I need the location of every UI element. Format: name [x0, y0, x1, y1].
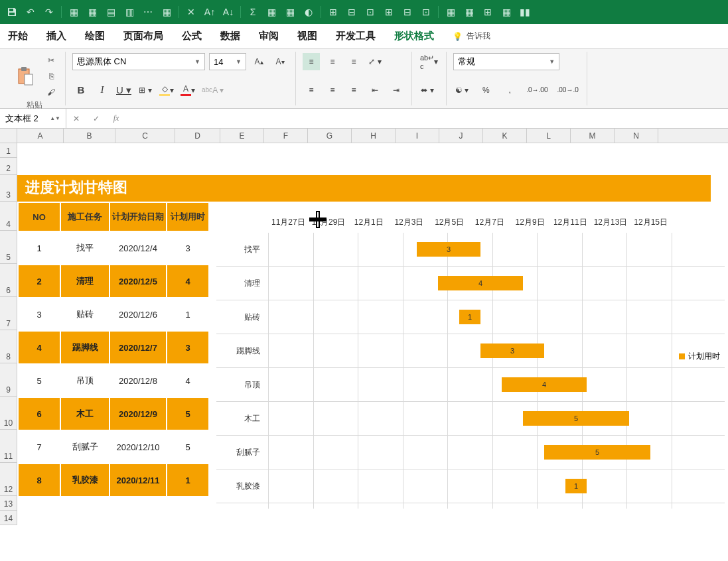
- comma-button[interactable]: ,: [501, 82, 518, 99]
- copy-icon[interactable]: ⎘: [44, 69, 58, 84]
- cut-icon[interactable]: ✂: [44, 53, 58, 68]
- toolbar-icon[interactable]: ▦: [283, 5, 297, 19]
- cell[interactable]: 5: [18, 364, 60, 397]
- toolbar-icon[interactable]: ▦: [444, 5, 457, 19]
- row-header[interactable]: 4: [0, 202, 17, 231]
- cell[interactable]: 2020/12/9: [109, 397, 167, 430]
- row-header[interactable]: 7: [0, 297, 17, 330]
- cell[interactable]: 2020/12/10: [109, 430, 167, 464]
- toolbar-icon[interactable]: ▦: [265, 5, 278, 19]
- cell[interactable]: 1: [18, 231, 60, 265]
- tab-formulas[interactable]: 公式: [182, 30, 202, 42]
- font-grow-icon[interactable]: A↑: [203, 5, 216, 19]
- col-header[interactable]: E: [220, 129, 264, 143]
- table-row[interactable]: 4踢脚线2020/12/73: [18, 331, 209, 364]
- toolbar-icon[interactable]: ⊞: [382, 5, 396, 19]
- cell[interactable]: 2020/12/7: [109, 331, 167, 364]
- shapes-icon[interactable]: ◐: [302, 5, 315, 19]
- row-header[interactable]: 6: [0, 264, 17, 297]
- col-header[interactable]: G: [308, 129, 352, 143]
- toolbar-icon[interactable]: ▦: [160, 5, 173, 19]
- table-row[interactable]: 6木工2020/12/95: [18, 397, 209, 430]
- col-header[interactable]: L: [527, 129, 571, 143]
- col-header[interactable]: I: [396, 129, 439, 143]
- cell[interactable]: 2: [18, 265, 60, 298]
- sum-icon[interactable]: Σ: [246, 5, 259, 19]
- row-header[interactable]: 3: [0, 175, 17, 202]
- table-row[interactable]: 8乳胶漆2020/12/111: [18, 464, 209, 497]
- merge-button[interactable]: ⬌ ▾: [419, 82, 436, 99]
- toolbar-icon[interactable]: ▥: [123, 5, 136, 19]
- gantt-bar[interactable]: 3: [417, 242, 480, 257]
- col-header[interactable]: F: [264, 129, 308, 143]
- toolbar-icon[interactable]: ▦: [86, 5, 99, 19]
- gantt-bar[interactable]: 4: [502, 377, 587, 392]
- wrap-text-button[interactable]: ab↵c ▾: [419, 53, 439, 70]
- col-header[interactable]: B: [64, 129, 115, 143]
- table-row[interactable]: 5吊顶2020/12/84: [18, 364, 209, 397]
- toolbar-icon[interactable]: ⊞: [327, 5, 340, 19]
- fx-button[interactable]: fx: [106, 109, 126, 128]
- align-top-button[interactable]: ≡: [303, 53, 320, 70]
- cell[interactable]: 8: [18, 464, 60, 497]
- row-header[interactable]: 11: [0, 430, 17, 463]
- cell[interactable]: 1: [167, 298, 209, 331]
- percent-button[interactable]: %: [477, 82, 494, 99]
- toolbar-icon[interactable]: ✕: [184, 5, 198, 19]
- align-left-button[interactable]: ≡: [303, 82, 320, 99]
- col-header[interactable]: N: [615, 129, 658, 143]
- row-header[interactable]: 14: [0, 511, 17, 525]
- select-all-corner[interactable]: [0, 129, 17, 143]
- row-header[interactable]: 13: [0, 496, 17, 511]
- col-header[interactable]: C: [115, 129, 175, 143]
- font-grow-button[interactable]: A▴: [250, 53, 267, 70]
- tab-developer[interactable]: 开发工具: [336, 30, 376, 42]
- fill-color-button[interactable]: ◇ ▾: [158, 82, 175, 99]
- gantt-chart[interactable]: 11月27日11月29日12月1日12月3日12月5日12月7日12月9日12月…: [216, 205, 724, 515]
- toolbar-icon[interactable]: ⋯: [141, 5, 155, 19]
- cell[interactable]: 吊顶: [60, 364, 109, 397]
- toolbar-icon[interactable]: ⊟: [345, 5, 358, 19]
- cell[interactable]: 2020/12/5: [109, 265, 167, 298]
- undo-icon[interactable]: ↶: [24, 5, 37, 19]
- tab-shape-format[interactable]: 形状格式: [394, 30, 434, 42]
- cell[interactable]: 5: [167, 430, 209, 464]
- col-header[interactable]: A: [17, 129, 64, 143]
- cell[interactable]: 贴砖: [60, 298, 109, 331]
- cell[interactable]: 4: [167, 265, 209, 298]
- col-header[interactable]: K: [483, 129, 527, 143]
- toolbar-icon[interactable]: ⊡: [419, 5, 433, 19]
- tab-home[interactable]: 开始: [8, 30, 28, 42]
- decrease-decimal-button[interactable]: .00→.0: [556, 82, 580, 99]
- cell[interactable]: 4: [18, 331, 60, 364]
- cell[interactable]: 3: [18, 298, 60, 331]
- toolbar-icon[interactable]: ⊞: [481, 5, 494, 19]
- row-header[interactable]: 9: [0, 363, 17, 397]
- increase-decimal-button[interactable]: .0→.00: [525, 82, 549, 99]
- toolbar-icon[interactable]: ▤: [104, 5, 117, 19]
- toolbar-icon[interactable]: ⊡: [364, 5, 377, 19]
- cell[interactable]: 2020/12/8: [109, 364, 167, 397]
- row-header[interactable]: 5: [0, 231, 17, 264]
- gantt-bar[interactable]: 5: [544, 445, 650, 460]
- cell[interactable]: 3: [167, 331, 209, 364]
- tab-draw[interactable]: 绘图: [85, 30, 105, 42]
- cell[interactable]: 3: [167, 231, 209, 265]
- toolbar-icon[interactable]: ▦: [500, 5, 513, 19]
- italic-button[interactable]: I: [94, 82, 111, 99]
- row-header[interactable]: 8: [0, 330, 17, 363]
- font-shrink-icon[interactable]: A↓: [222, 5, 235, 19]
- cell[interactable]: 2020/12/4: [109, 231, 167, 265]
- paste-button[interactable]: [11, 56, 40, 96]
- indent-decrease-button[interactable]: ⇤: [366, 82, 384, 99]
- font-size-select[interactable]: 14▼: [209, 53, 246, 70]
- align-bottom-button[interactable]: ≡: [345, 53, 362, 70]
- name-box[interactable]: 文本框 2▲▼: [0, 109, 66, 128]
- align-right-button[interactable]: ≡: [345, 82, 362, 99]
- row-header[interactable]: 2: [0, 158, 17, 175]
- font-shrink-button[interactable]: A▾: [271, 53, 289, 70]
- formula-input[interactable]: [126, 109, 728, 128]
- cancel-formula-button[interactable]: ✕: [66, 109, 86, 128]
- align-center-button[interactable]: ≡: [324, 82, 341, 99]
- chart-icon[interactable]: ▮▮: [518, 5, 532, 19]
